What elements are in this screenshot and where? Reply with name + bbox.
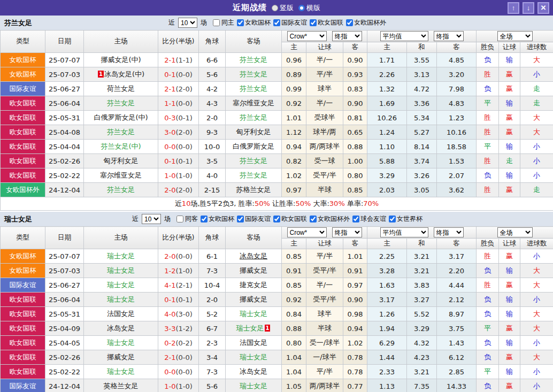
league-filter[interactable]: 国际友谊 <box>234 214 271 224</box>
halftime-score: (3-0) <box>175 310 192 318</box>
result-handicap-value: 输 <box>506 99 513 107</box>
league-checkbox-label: 女欧国杯 <box>245 18 271 27</box>
radio-icon[interactable] <box>298 5 305 11</box>
match-date: 25-04-08 <box>45 125 84 140</box>
final-odds-select[interactable]: 终指 <box>332 227 362 237</box>
same-home-checkbox[interactable] <box>213 19 220 26</box>
handicap-line: 受球半 <box>306 111 343 125</box>
average-select[interactable]: 平均值 <box>380 31 428 41</box>
crow-away-odds: 0.93 <box>343 67 367 82</box>
move-up-button[interactable]: ↑ <box>508 2 519 14</box>
league-badge: 欧女国联 <box>1 307 45 321</box>
match-count-select[interactable]: 10 <box>142 214 161 224</box>
avg-draw-odds: 3.21 <box>407 249 437 264</box>
league-filter[interactable]: 女欧国杯 <box>198 214 234 224</box>
result-handicap-value: 输 <box>506 295 513 303</box>
league-checkbox[interactable] <box>346 19 353 26</box>
close-button[interactable]: ✕ <box>537 2 549 14</box>
league-checkbox[interactable] <box>389 216 396 222</box>
league-filter[interactable]: 女欧国杯外 <box>307 214 350 224</box>
result-handicap-value: 赢 <box>506 353 513 361</box>
crow-home-odds: 0.85 <box>282 249 306 264</box>
match-count-select[interactable]: 10 <box>178 18 197 28</box>
layout-vertical-label: 竖版 <box>280 3 294 13</box>
away-team: 瑞士女足 <box>226 307 282 321</box>
avg-away-odds: 1.23 <box>437 111 477 125</box>
team-name: 挪威女足 <box>240 295 267 303</box>
league-checkbox[interactable] <box>310 216 317 222</box>
league-checkbox[interactable] <box>352 216 359 222</box>
league-filter[interactable]: 国际友谊 <box>271 18 307 27</box>
avg-away-odds: 7.98 <box>437 82 477 96</box>
result-goals-value: 小 <box>533 295 540 303</box>
team-name: 冰岛女足(中) <box>104 70 144 78</box>
team-name: 芬兰女足 <box>240 56 267 64</box>
league-checkbox[interactable] <box>237 216 244 222</box>
league-filter[interactable]: 女世界杯 <box>386 214 423 224</box>
league-checkbox[interactable] <box>273 216 280 222</box>
result-handicap-value: 走 <box>506 157 513 165</box>
handicap-line: 受平/半 <box>306 293 343 307</box>
same-away-checkbox[interactable] <box>176 216 183 222</box>
halftime-score: (0-0) <box>175 368 192 376</box>
team-name: 芬兰女足 <box>240 171 267 179</box>
home-team: 挪威女足(中) <box>84 53 158 67</box>
away-team: 芬兰女足 <box>226 53 282 67</box>
col-header-result: 胜负 <box>477 239 499 249</box>
team-name: 瑞士女足 <box>107 281 135 289</box>
league-badge: 女欧国杯外 <box>1 183 45 197</box>
avg-home-odds: 3.17 <box>367 293 407 307</box>
crow-home-odds: 0.80 <box>282 336 306 350</box>
league-checkbox-label: 国际友谊 <box>281 18 307 27</box>
result-goals-value: 小 <box>533 367 540 375</box>
corner-score: 7-3 <box>199 264 226 278</box>
team-name[interactable]: 冰岛女足 <box>240 252 267 260</box>
result-goals-value: 走 <box>533 99 540 107</box>
league-filter[interactable]: 球会友谊 <box>350 214 386 224</box>
result-win-lose-value: 负 <box>484 266 491 274</box>
final-odds-select[interactable]: 终指 <box>434 227 464 237</box>
league-filter[interactable]: 欧女国联 <box>307 18 343 27</box>
final-odds-select[interactable]: 终指 <box>434 31 464 41</box>
league-checkbox[interactable] <box>237 19 244 26</box>
match-row: 欧女国联25-02-26挪威女足2-1(0-0)3-4瑞士女足1.04一/球半0… <box>1 350 553 365</box>
summary-segment: 70% <box>363 199 379 207</box>
average-select[interactable]: 平均值 <box>380 227 428 237</box>
match-row: 欧女国联25-06-04瑞士女足0-1(0-1)2-0挪威女足0.92受平/半0… <box>1 293 553 307</box>
home-team: 1冰岛女足(中) <box>84 67 158 82</box>
halftime-score: (0-1) <box>175 114 192 122</box>
fullmatch-select[interactable]: 全场 <box>497 227 533 237</box>
bookmaker-select[interactable]: Crow* <box>287 31 327 41</box>
games-label: 场 <box>164 214 171 224</box>
result-win-lose-value: 负 <box>484 295 491 303</box>
team-name: 挪威女足 <box>240 266 267 274</box>
layout-horizontal-radio[interactable]: 横版 <box>298 3 320 13</box>
league-badge: 欧女国联 <box>1 154 45 168</box>
result-win-lose: 负 <box>477 82 499 96</box>
corner-score: 6-1 <box>199 249 226 264</box>
league-checkbox[interactable] <box>201 216 208 222</box>
layout-vertical-radio[interactable]: 竖版 <box>272 3 294 13</box>
result-handicap: 赢 <box>499 249 520 264</box>
league-checkbox[interactable] <box>273 19 280 26</box>
corner-score: 6-6 <box>199 53 226 67</box>
corner-score: 4-0 <box>199 168 226 183</box>
bookmaker-select[interactable]: Crow* <box>287 227 327 237</box>
col-header-score: 比分(半场) <box>158 30 199 53</box>
league-filter[interactable]: 女欧国杯 <box>234 18 271 27</box>
col-header-home-odds: 主 <box>282 42 306 53</box>
match-row: 欧女国联25-04-04芬兰女足(中)0-0(0-0)10-0白俄罗斯女足0.9… <box>1 140 553 154</box>
league-filter[interactable]: 女欧国杯外 <box>343 18 386 27</box>
league-checkbox[interactable] <box>310 19 317 26</box>
final-odds-select[interactable]: 终指 <box>332 31 362 41</box>
league-filter[interactable]: 欧女国联 <box>271 214 307 224</box>
result-handicap: 赢 <box>499 379 520 392</box>
avg-away-odds: 8.97 <box>437 307 477 321</box>
radio-icon[interactable] <box>272 5 278 11</box>
corner-score: 5-6 <box>199 379 226 392</box>
handicap-line: 半/一 <box>306 278 343 293</box>
score-cell: 0-3(0-1) <box>158 111 199 125</box>
halftime-score: (1-2) <box>175 325 192 333</box>
fullmatch-select[interactable]: 全场 <box>497 31 533 41</box>
move-down-button[interactable]: ↓ <box>523 2 534 14</box>
